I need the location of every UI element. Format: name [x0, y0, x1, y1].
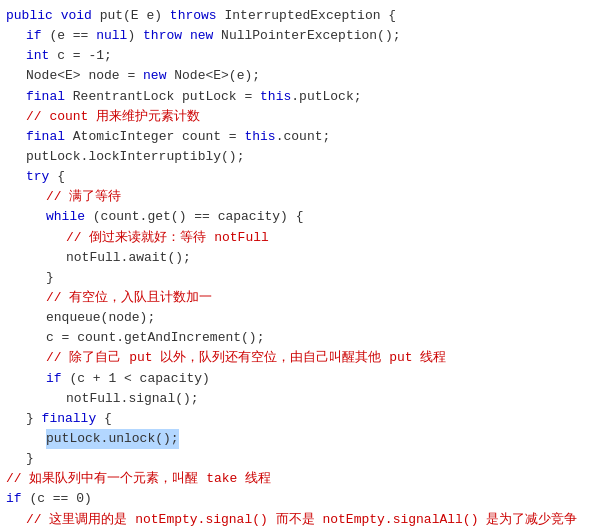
code-token: .putLock; — [291, 87, 361, 107]
code-token: Node<E>(e); — [166, 66, 260, 86]
code-token: if — [46, 369, 62, 389]
code-token: enqueue(node); — [46, 308, 155, 328]
code-line: // 倒过来读就好：等待 notFull — [6, 228, 585, 248]
code-lines: public void put(E e) throws InterruptedE… — [6, 6, 585, 528]
code-token: c = count.getAndIncrement(); — [46, 328, 264, 348]
code-token: (c == 0) — [22, 489, 92, 509]
code-line: while (count.get() == capacity) { — [6, 207, 585, 227]
code-token: public — [6, 6, 53, 26]
code-token: { — [96, 409, 112, 429]
code-token: final — [26, 87, 65, 107]
code-line: public void put(E e) throws InterruptedE… — [6, 6, 585, 26]
code-token: try — [26, 167, 49, 187]
code-token: c = -1; — [49, 46, 111, 66]
code-token: // 如果队列中有一个元素，叫醒 take 线程 — [6, 469, 271, 489]
code-line: notFull.signal(); — [6, 389, 585, 409]
code-line: // 有空位，入队且计数加一 — [6, 288, 585, 308]
code-token: (count.get() == capacity) { — [85, 207, 303, 227]
code-token: new — [143, 66, 166, 86]
code-token: { — [49, 167, 65, 187]
code-token: ReentrantLock putLock = — [65, 87, 260, 107]
code-token: (e == — [42, 26, 97, 46]
code-token: throws — [170, 6, 217, 26]
code-line: // 除了自己 put 以外，队列还有空位，由自己叫醒其他 put 线程 — [6, 348, 585, 368]
code-token: // 除了自己 put 以外，队列还有空位，由自己叫醒其他 put 线程 — [46, 348, 446, 368]
code-line: final AtomicInteger count = this.count; — [6, 127, 585, 147]
code-token: putLock.unlock(); — [46, 429, 179, 449]
code-line: // 满了等待 — [6, 187, 585, 207]
code-token: finally — [42, 409, 97, 429]
code-token: put(E e) — [92, 6, 170, 26]
code-token: while — [46, 207, 85, 227]
code-line: // 这里调用的是 notEmpty.signal() 而不是 notEmpty… — [6, 510, 585, 528]
code-line: // 如果队列中有一个元素，叫醒 take 线程 — [6, 469, 585, 489]
code-token: AtomicInteger count = — [65, 127, 244, 147]
code-line: int c = -1; — [6, 46, 585, 66]
code-token: throw — [143, 26, 182, 46]
code-line: putLock.lockInterruptibly(); — [6, 147, 585, 167]
code-line: try { — [6, 167, 585, 187]
code-token: // 这里调用的是 notEmpty.signal() 而不是 notEmpty… — [26, 510, 577, 528]
code-token: // count 用来维护元素计数 — [26, 107, 200, 127]
code-token: } — [26, 449, 34, 469]
code-line: putLock.unlock(); — [6, 429, 585, 449]
code-token: notFull.signal(); — [66, 389, 199, 409]
code-line: c = count.getAndIncrement(); — [6, 328, 585, 348]
code-line: } — [6, 449, 585, 469]
code-token: } — [26, 409, 42, 429]
code-token: this — [260, 87, 291, 107]
code-token: notFull.await(); — [66, 248, 191, 268]
code-line: final ReentrantLock putLock = this.putLo… — [6, 87, 585, 107]
code-token: final — [26, 127, 65, 147]
code-token: Node<E> node = — [26, 66, 143, 86]
code-line: if (c == 0) — [6, 489, 585, 509]
code-token: null — [96, 26, 127, 46]
code-token: new — [190, 26, 213, 46]
code-token: if — [26, 26, 42, 46]
code-token: if — [6, 489, 22, 509]
code-line: // count 用来维护元素计数 — [6, 107, 585, 127]
code-token: putLock.lockInterruptibly(); — [26, 147, 244, 167]
code-token: InterruptedException { — [217, 6, 396, 26]
code-token — [182, 26, 190, 46]
code-token: void — [61, 6, 92, 26]
code-line: } finally { — [6, 409, 585, 429]
code-token — [53, 6, 61, 26]
code-token: // 倒过来读就好：等待 notFull — [66, 228, 269, 248]
code-line: enqueue(node); — [6, 308, 585, 328]
code-token: NullPointerException(); — [213, 26, 400, 46]
code-token: } — [46, 268, 54, 288]
code-token: // 满了等待 — [46, 187, 121, 207]
code-line: if (c + 1 < capacity) — [6, 369, 585, 389]
code-token: this — [244, 127, 275, 147]
code-token: (c + 1 < capacity) — [62, 369, 210, 389]
code-block: public void put(E e) throws InterruptedE… — [0, 0, 595, 528]
code-token: int — [26, 46, 49, 66]
code-line: } — [6, 268, 585, 288]
code-token: // 有空位，入队且计数加一 — [46, 288, 212, 308]
code-token: ) — [127, 26, 143, 46]
code-token: .count; — [276, 127, 331, 147]
code-line: notFull.await(); — [6, 248, 585, 268]
code-line: Node<E> node = new Node<E>(e); — [6, 66, 585, 86]
code-line: if (e == null) throw new NullPointerExce… — [6, 26, 585, 46]
